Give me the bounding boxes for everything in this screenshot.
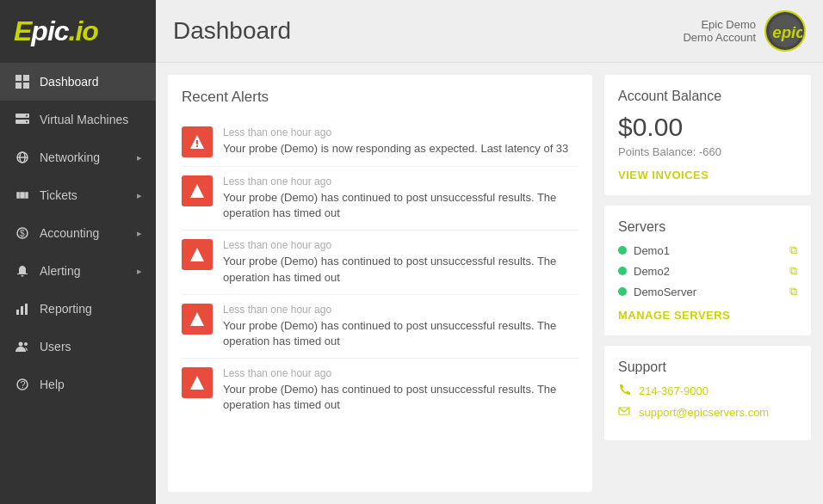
svg-point-17 <box>19 342 23 347</box>
svg-rect-16 <box>25 304 28 315</box>
servers-widget: Servers Demo1 ⧉ Demo2 ⧉ DemoServer <box>604 206 811 335</box>
alert-message-2: Your probe (Demo) has continued to post … <box>223 254 579 285</box>
alert-content-2: Less than one hour ago Your probe (Demo)… <box>223 239 579 285</box>
svg-rect-15 <box>21 306 23 315</box>
server-item-0: Demo1 ⧉ <box>618 243 797 257</box>
alert-time-4: Less than one hour ago <box>223 367 579 379</box>
svg-text:$: $ <box>20 229 25 238</box>
svg-marker-26 <box>190 184 204 198</box>
support-email-item: support@epicservers.com <box>618 405 797 420</box>
alert-content-3: Less than one hour ago Your probe (Demo)… <box>223 304 579 349</box>
alert-time-0: Less than one hour ago <box>223 126 579 138</box>
user-info-area: Epic Demo Demo Account epic <box>683 10 806 52</box>
sidebar: Epic.io Dashboard Virtual Machines <box>0 0 156 504</box>
alert-message-1: Your probe (Demo) has continued to post … <box>223 190 579 221</box>
support-phone[interactable]: 214-367-9000 <box>639 384 709 397</box>
alert-time-2: Less than one hour ago <box>223 239 579 251</box>
alert-icon-2 <box>182 239 213 270</box>
avatar: epic <box>764 10 806 52</box>
alert-item-4: Less than one hour ago Your probe (Demo)… <box>182 359 579 421</box>
support-widget: Support 214-367-9000 <box>604 346 811 440</box>
globe-icon <box>14 149 31 166</box>
user-account: Demo Account <box>683 31 756 44</box>
server-link-2[interactable]: ⧉ <box>789 285 797 298</box>
sidebar-item-accounting[interactable]: $ Accounting ▸ <box>0 214 156 252</box>
people-icon <box>14 338 31 355</box>
alert-content-0: Less than one hour ago Your probe (Demo)… <box>223 126 579 157</box>
content-area: Recent Alerts Less than one hour ago You… <box>156 63 823 504</box>
svg-text:?: ? <box>21 379 26 390</box>
server-link-0[interactable]: ⧉ <box>789 243 797 257</box>
ticket-icon <box>14 187 31 204</box>
avatar-inner: epic <box>766 12 804 50</box>
server-name-1: Demo2 <box>634 265 783 278</box>
alerts-panel: Recent Alerts Less than one hour ago You… <box>168 75 592 492</box>
servers-list: Demo1 ⧉ Demo2 ⧉ DemoServer ⧉ <box>618 243 797 298</box>
alert-item-2: Less than one hour ago Your probe (Demo)… <box>182 230 579 294</box>
alert-item-0: Less than one hour ago Your probe (Demo)… <box>182 118 579 167</box>
sidebar-item-users[interactable]: Users <box>0 328 156 366</box>
svg-rect-7 <box>26 121 28 123</box>
alert-item-1: Less than one hour ago Your probe (Demo)… <box>182 167 579 230</box>
svg-rect-0 <box>15 75 22 81</box>
view-invoices-button[interactable]: VIEW INVOICES <box>618 169 797 181</box>
phone-icon <box>618 384 630 398</box>
header: Dashboard Epic Demo Demo Account epic <box>156 0 823 63</box>
chevron-right-icon: ▸ <box>137 152 142 163</box>
sidebar-item-reporting[interactable]: Reporting <box>0 290 156 328</box>
main-content: Dashboard Epic Demo Demo Account epic Re… <box>156 0 823 504</box>
sidebar-item-accounting-label: Accounting <box>40 226 137 240</box>
page-title: Dashboard <box>173 17 291 45</box>
server-status-dot-2 <box>618 287 627 296</box>
sidebar-item-alerting[interactable]: Alerting ▸ <box>0 252 156 290</box>
sidebar-item-tickets-label: Tickets <box>40 188 137 202</box>
server-item-2: DemoServer ⧉ <box>618 285 797 298</box>
support-email[interactable]: support@epicservers.com <box>639 406 769 419</box>
alert-time-3: Less than one hour ago <box>223 304 579 316</box>
alert-item-3: Less than one hour ago Your probe (Demo)… <box>182 295 579 359</box>
svg-rect-6 <box>26 115 28 117</box>
support-title: Support <box>618 360 797 375</box>
sidebar-item-dashboard[interactable]: Dashboard <box>0 63 156 101</box>
sidebar-item-dashboard-label: Dashboard <box>40 75 142 89</box>
alert-content-1: Less than one hour ago Your probe (Demo)… <box>223 175 579 221</box>
question-icon: ? <box>14 376 31 393</box>
server-link-1[interactable]: ⧉ <box>789 264 797 278</box>
user-details: Epic Demo Demo Account <box>683 18 756 44</box>
server-icon <box>14 111 31 128</box>
alert-message-0: Your probe (Demo) is now responding as e… <box>223 141 579 157</box>
svg-rect-24 <box>196 140 198 144</box>
server-name-2: DemoServer <box>634 286 783 298</box>
account-balance-title: Account Balance <box>618 89 797 104</box>
server-item-1: Demo2 ⧉ <box>618 264 797 278</box>
user-name: Epic Demo <box>683 18 756 31</box>
sidebar-item-users-label: Users <box>40 340 142 353</box>
dollar-icon: $ <box>14 224 31 242</box>
right-sidebar: Account Balance $0.00 Points Balance: -6… <box>604 75 811 492</box>
servers-title: Servers <box>618 219 797 235</box>
svg-rect-2 <box>15 83 22 89</box>
svg-marker-27 <box>190 248 204 261</box>
alert-icon-4 <box>182 367 213 398</box>
alerts-title: Recent Alerts <box>182 89 579 106</box>
server-name-0: Demo1 <box>634 244 783 257</box>
sidebar-item-networking-label: Networking <box>40 151 137 164</box>
sidebar-item-reporting-label: Reporting <box>40 302 142 316</box>
sidebar-item-networking[interactable]: Networking ▸ <box>0 138 156 176</box>
svg-point-18 <box>24 342 28 346</box>
sidebar-item-tickets[interactable]: Tickets ▸ <box>0 176 156 214</box>
svg-rect-25 <box>196 145 198 147</box>
svg-rect-14 <box>16 310 19 315</box>
sidebar-item-help[interactable]: ? Help <box>0 366 156 403</box>
points-balance: Points Balance: -660 <box>618 145 797 158</box>
sidebar-item-virtual-machines[interactable]: Virtual Machines <box>0 101 156 138</box>
alert-icon-3 <box>182 304 213 335</box>
email-icon <box>618 405 630 420</box>
svg-rect-1 <box>23 75 29 81</box>
sidebar-item-alerting-label: Alerting <box>40 264 137 278</box>
alert-icon-0 <box>182 126 213 157</box>
server-status-dot-0 <box>618 246 627 255</box>
account-balance-widget: Account Balance $0.00 Points Balance: -6… <box>604 75 811 195</box>
manage-servers-button[interactable]: MANAGE SERVERS <box>618 309 797 322</box>
balance-amount: $0.00 <box>618 113 797 142</box>
